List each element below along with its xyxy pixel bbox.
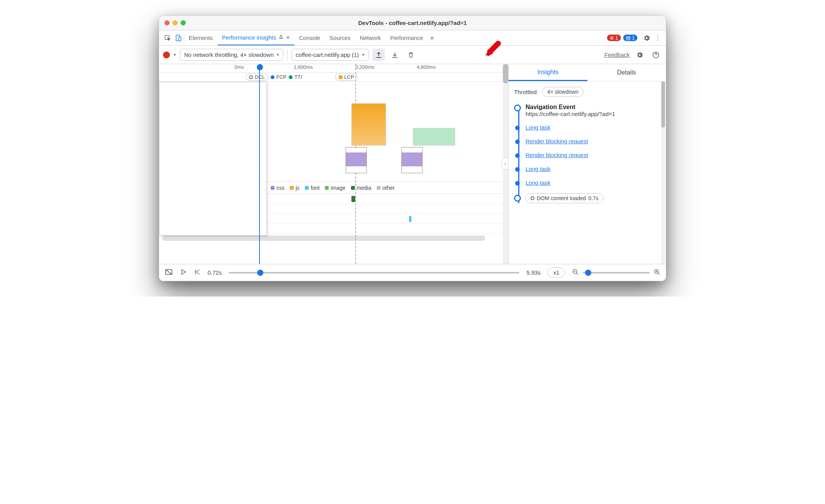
devtools-window: DevTools - coffee-cart.netlify.app/?ad=1… [159,15,666,281]
tab-network[interactable]: Network [355,30,386,45]
timeline-pane: 0ms 1,600ms 3,200ms 4,800ms DCL FCP TTI … [159,64,508,264]
tab-console[interactable]: Console [294,30,325,45]
insights-content: Throttled: 4× slowdown Navigation Event … [509,81,666,264]
marker-fcp[interactable]: FCP [271,74,286,80]
inspect-element-icon[interactable] [162,35,173,41]
marker-lcp[interactable]: LCP [335,73,358,81]
error-count-badge[interactable]: ⊗ 1 [607,35,621,41]
zoom-window-button[interactable] [181,20,186,25]
traffic-lights [159,20,186,25]
throttled-row: Throttled: 4× slowdown [514,87,660,97]
panel-scrollbar[interactable] [661,81,665,264]
event-domcontentloaded[interactable]: DOM content loaded 0.7s [526,193,660,203]
throttle-dropdown[interactable]: No network throttling, 4× slowdown ▾ [180,49,283,61]
legend-media: media [351,185,371,191]
legend-font: font [305,185,319,191]
markers-row: DCL FCP TTI LCP [159,73,508,82]
delete-icon[interactable] [405,49,417,61]
insights-panel: Insights Details Throttled: 4× slowdown … [508,64,666,264]
close-tab-icon[interactable]: × [286,34,289,41]
zoom-range-input[interactable] [583,272,650,274]
zoom-in-icon[interactable] [654,269,660,277]
timeline-block-image[interactable] [413,128,455,146]
playback-footer: 0.72s 5.93s x1 [159,264,666,281]
svg-marker-6 [182,270,186,274]
no-screenshot-icon[interactable] [165,268,173,277]
event-item[interactable]: Long task [526,179,660,186]
legend-css: css [271,185,284,191]
message-count-badge[interactable]: ▤ 1 [623,35,637,41]
zoom-out-icon[interactable] [572,269,579,277]
settings-gear-icon[interactable] [634,49,646,61]
recording-dropdown[interactable]: coffee-cart.netlify.app (1) ▾ [291,49,369,61]
event-item[interactable]: Long task [526,124,660,131]
timeline-block-js[interactable] [351,103,386,146]
dcl-circle-icon [531,196,534,200]
event-item[interactable]: Render blocking request [526,138,660,145]
devtools-tabstrip: Elements Performance insights × Console … [159,30,666,46]
event-navigation[interactable]: Navigation Event https://coffee-cart.net… [526,104,660,117]
sidebar-expand-icon[interactable]: › [502,158,508,169]
speed-chip[interactable]: x1 [547,267,565,278]
minimize-window-button[interactable] [173,20,178,25]
beaker-icon [278,34,284,41]
titlebar: DevTools - coffee-cart.netlify.app/?ad=1 [159,16,666,30]
legend-image: image [325,185,345,191]
record-menu-chevron[interactable]: ▾ [174,52,176,57]
svg-marker-4 [485,49,493,56]
screenshot-preview [159,82,267,235]
tab-sources[interactable]: Sources [325,30,355,45]
end-time: 5.93s [526,269,541,276]
playback-range-input[interactable] [229,272,520,274]
throttled-chip[interactable]: 4× slowdown [542,87,583,97]
settings-icon[interactable] [641,34,652,42]
events-list: Navigation Event https://coffee-cart.net… [514,104,660,203]
filmstrip-area[interactable] [159,82,508,182]
marker-dcl[interactable]: DCL [246,73,268,81]
filmstrip-frame[interactable] [346,147,367,173]
timeline-ruler[interactable]: 0ms 1,600ms 3,200ms 4,800ms [159,64,508,73]
help-icon[interactable] [650,49,662,61]
chevron-down-icon: ▾ [362,52,364,57]
more-tabs-icon[interactable]: » [428,30,436,45]
insights-toolbar: ▾ No network throttling, 4× slowdown ▾ c… [159,46,666,64]
window-title: DevTools - coffee-cart.netlify.app/?ad=1 [159,20,666,26]
tab-label: Performance insights [222,34,276,41]
export-icon[interactable] [373,49,385,61]
tab-performance-insights[interactable]: Performance insights × [218,30,294,45]
legend-js: js [290,185,299,191]
rewind-button[interactable] [194,269,201,277]
insights-body: 0ms 1,600ms 3,200ms 4,800ms DCL FCP TTI … [159,64,666,264]
marker-tti[interactable]: TTI [289,74,302,80]
horizontal-scrollbar[interactable] [162,235,485,241]
playback-slider[interactable] [229,272,520,274]
tab-performance[interactable]: Performance [386,30,428,45]
error-icon: ⊗ [610,35,614,41]
feedback-link[interactable]: Feedback [604,51,630,58]
tab-details[interactable]: Details [587,64,666,81]
legend-other: other [377,185,395,191]
close-window-button[interactable] [165,20,170,25]
zoom-controls [572,269,660,277]
chat-icon: ▤ [626,35,630,41]
svg-rect-2 [179,37,181,41]
event-item[interactable]: Long task [526,166,660,172]
event-item[interactable]: Render blocking request [526,152,660,159]
filmstrip-frame[interactable] [401,147,422,173]
kebab-menu-icon[interactable]: ⋮ [652,35,663,41]
play-button[interactable] [180,269,187,277]
import-icon[interactable] [389,49,401,61]
tab-elements[interactable]: Elements [184,30,218,45]
insights-tabs: Insights Details [509,64,666,81]
tab-insights[interactable]: Insights [509,64,587,81]
current-time: 0.72s [208,269,222,276]
device-toolbar-icon[interactable] [173,35,184,41]
playhead[interactable] [259,64,260,264]
chevron-down-icon: ▾ [277,52,279,57]
record-button[interactable] [163,51,170,58]
